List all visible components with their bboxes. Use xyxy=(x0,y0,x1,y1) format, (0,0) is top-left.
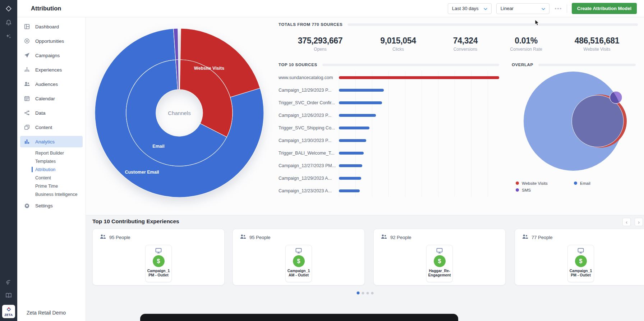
source-row[interactable]: www.sundancecatalog.com xyxy=(279,71,499,84)
legend-item-sms[interactable]: SMS xyxy=(516,187,574,193)
sidebar-subitem-attribution[interactable]: Attribution xyxy=(17,165,86,174)
source-bar[interactable] xyxy=(339,114,376,117)
more-options-button[interactable] xyxy=(554,6,562,11)
legend-item-website-visits[interactable]: Website Visits xyxy=(516,180,574,187)
source-row[interactable]: Campaign_12/26/2023 P... xyxy=(279,109,499,121)
ai-sparkles-icon[interactable] xyxy=(5,33,13,41)
carousel-prev-button[interactable]: ‹ xyxy=(622,218,631,226)
sidebar-subitem-business-intelligence[interactable]: Business Intelligence xyxy=(17,190,86,198)
sidebar-item-data[interactable]: Data xyxy=(17,106,86,120)
source-bar[interactable] xyxy=(339,152,364,155)
carousel-dot-2[interactable] xyxy=(362,292,364,294)
conversion-dollar-icon: $ xyxy=(153,255,165,267)
experience-name: Haggar_Re-Engagement xyxy=(428,269,451,277)
source-bar-track xyxy=(339,147,499,159)
sidebar-item-analytics[interactable]: Analytics xyxy=(20,136,83,147)
source-row[interactable]: Campaign_12/29/2023 P... xyxy=(279,84,499,96)
stat-opens: 375,293,667Opens xyxy=(281,36,360,52)
sidebar-item-label: Campaigns xyxy=(35,53,60,58)
carousel-dot-4[interactable] xyxy=(371,292,374,294)
sidebar-subitem-templates[interactable]: Templates xyxy=(17,157,86,165)
account-name[interactable]: Zeta Retail Demo xyxy=(27,310,66,316)
source-bar-track xyxy=(339,109,499,121)
zeta-mark-icon[interactable] xyxy=(5,5,13,13)
sidebar-subitem-prime-time[interactable]: Prime Time xyxy=(17,182,86,190)
source-row[interactable]: Campaign_12/30/2023 P... xyxy=(279,134,499,147)
model-type-select[interactable]: Linear xyxy=(496,3,549,14)
experiences-title: Top 10 Contributing Experiences xyxy=(92,218,179,225)
overlap-venn-diagram[interactable] xyxy=(503,68,643,180)
rail-top-icons xyxy=(5,0,13,41)
experience-card[interactable]: 95 People$Campaign_1PM - Outlet xyxy=(92,229,225,285)
bottom-overlay xyxy=(140,314,458,321)
sidebar-item-calendar[interactable]: Calendar xyxy=(17,91,86,106)
legend-label: SMS xyxy=(522,188,531,192)
carousel-dots[interactable] xyxy=(357,292,374,294)
experience-name: Campaign_1PM - Outlet xyxy=(147,269,170,277)
source-bar[interactable] xyxy=(339,76,499,79)
source-row[interactable]: Trigger_SVC_Shipping Co... xyxy=(279,121,499,134)
chevron-down-icon xyxy=(484,6,487,11)
sidebar-item-experiences[interactable]: Experiences xyxy=(17,63,86,77)
source-row[interactable]: Trigger_SVC_Order Confir... xyxy=(279,96,499,109)
knowledge-book-icon[interactable] xyxy=(5,292,13,299)
experience-node[interactable]: $Campaign_1AM - Outlet xyxy=(285,245,312,282)
source-bar-track xyxy=(339,184,499,197)
sidebar-item-audiences[interactable]: Audiences xyxy=(17,77,86,91)
conversion-dollar-icon: $ xyxy=(293,255,305,267)
main-content: Website Visits Email Customer Email Chan… xyxy=(86,17,644,321)
legend-label: Website Visits xyxy=(522,181,548,185)
legend-item-email[interactable]: Email xyxy=(574,180,632,187)
sidebar-item-content[interactable]: Content xyxy=(17,120,86,134)
campaigns-icon xyxy=(24,52,30,58)
source-bar[interactable] xyxy=(339,127,369,129)
source-row[interactable]: Campaign_12/27/2023 PM... xyxy=(279,159,499,172)
sidebar-item-dashboard[interactable]: Dashboard xyxy=(17,19,86,34)
source-bar[interactable] xyxy=(339,177,361,180)
source-row[interactable]: Campaign_12/23/2023 A... xyxy=(279,184,499,197)
attribution-panel: Website Visits Email Customer Email Chan… xyxy=(86,17,644,215)
settings-icon xyxy=(24,203,30,208)
source-row[interactable]: Trigger_BALI_Welcome_T... xyxy=(279,147,499,159)
carousel-dot-1[interactable] xyxy=(357,292,360,294)
stat-label: Conversion Rate xyxy=(487,47,566,52)
sidebar-item-campaigns[interactable]: Campaigns xyxy=(17,48,86,63)
experiences-icon xyxy=(24,67,30,73)
source-bar[interactable] xyxy=(339,164,362,167)
totals-header-rule xyxy=(348,23,638,26)
source-label: Campaign_12/29/2023 P... xyxy=(279,88,339,93)
notifications-bell-icon[interactable] xyxy=(5,19,13,27)
sunburst-label-website-visits: Website Visits xyxy=(194,66,224,71)
top-bar: Attribution Last 30 days Linear Create A… xyxy=(17,0,644,17)
source-row[interactable]: Campaign_12/29/2023 A... xyxy=(279,172,499,184)
carousel-dot-3[interactable] xyxy=(367,292,369,294)
page-title: Attribution xyxy=(31,5,61,12)
experience-node[interactable]: $Haggar_Re-Engagement xyxy=(426,245,453,282)
source-label: Trigger_SVC_Order Confir... xyxy=(279,100,339,105)
top-sources-header-rule xyxy=(322,64,499,66)
experience-card[interactable]: 95 People$Campaign_1AM - Outlet xyxy=(233,229,365,285)
sidebar-item-settings[interactable]: Settings xyxy=(17,198,86,213)
sidebar-item-opportunities[interactable]: Opportunities xyxy=(17,34,86,48)
sidebar-subitem-report-builder[interactable]: Report Builder xyxy=(17,149,86,157)
attribution-page: ZETA Attribution Last 30 days Linear Cre… xyxy=(0,0,644,321)
date-range-select[interactable]: Last 30 days xyxy=(448,3,492,14)
source-bar[interactable] xyxy=(339,189,360,192)
experience-card[interactable]: 77 People$Campaign_1PM - Outlet xyxy=(515,229,644,285)
experience-node[interactable]: $Campaign_1PM - Outlet xyxy=(145,245,172,282)
sidebar-item-label: Calendar xyxy=(35,96,55,101)
sunburst-label-email: Email xyxy=(152,144,164,149)
carousel-next-button[interactable]: › xyxy=(635,218,643,226)
source-bar[interactable] xyxy=(339,101,382,104)
stat-value: 375,293,667 xyxy=(281,36,360,46)
people-icon xyxy=(240,234,246,240)
experience-node[interactable]: $Campaign_1PM - Outlet xyxy=(567,245,594,282)
source-bar[interactable] xyxy=(339,89,384,92)
sunburst-label-customer-email: Customer Email xyxy=(125,170,159,175)
source-bar[interactable] xyxy=(339,139,366,142)
create-attribution-model-button[interactable]: Create Attribution Model xyxy=(572,3,637,14)
zeta-logo[interactable]: ZETA xyxy=(2,305,15,318)
signal-icon[interactable] xyxy=(5,278,13,286)
sidebar-subitem-content[interactable]: Content xyxy=(17,174,86,182)
experience-card[interactable]: 92 People$Haggar_Re-Engagement xyxy=(373,229,506,285)
